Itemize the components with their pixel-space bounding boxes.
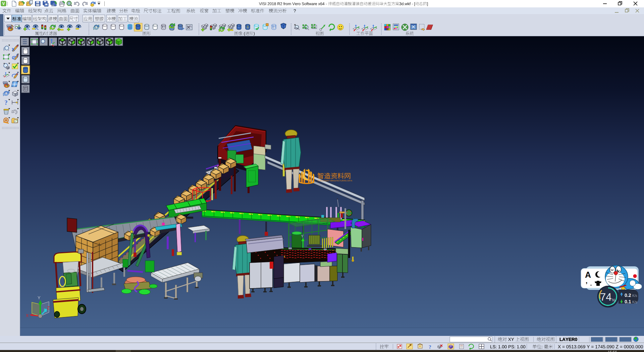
svg-text:?: ? [5, 99, 8, 106]
svg-text:?: ? [429, 344, 431, 350]
svg-text:V: V [2, 1, 5, 6]
